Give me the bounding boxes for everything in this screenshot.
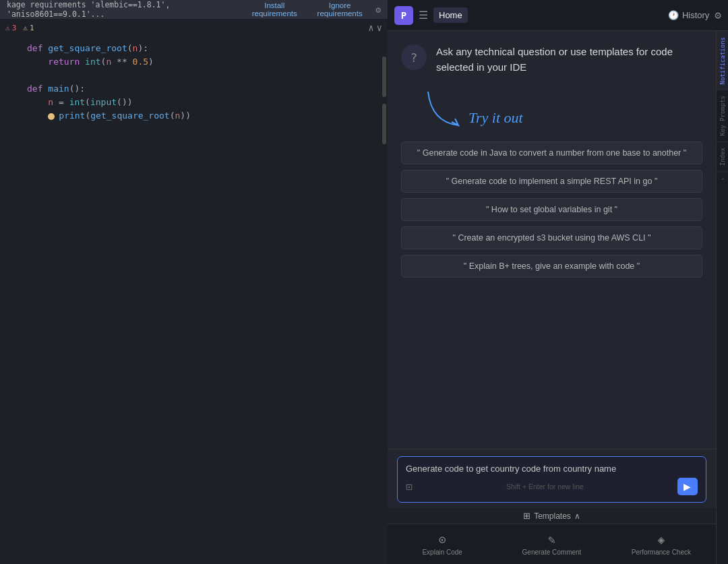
templates-label: Templates xyxy=(534,511,571,521)
toolbar-generate-comment[interactable]: ✎ Generate Comment xyxy=(497,532,606,556)
scrollbar-1[interactable] xyxy=(382,57,386,97)
toolbar-explain-code[interactable]: ⊙ Explain Code xyxy=(388,532,497,556)
question-icon: ? xyxy=(401,44,427,70)
code-editor[interactable]: def get_square_root(n): return int(n ** … xyxy=(0,36,388,564)
warning-count: 1 xyxy=(30,24,34,32)
code-line-6: print(get_square_root(n)) xyxy=(7,109,388,123)
templates-icon: ⊞ xyxy=(523,511,530,521)
ai-main-content: ? Ask any technical question or use temp… xyxy=(388,31,716,449)
templates-bar: ⊞ Templates ∧ xyxy=(388,508,716,524)
explain-code-icon: ⊙ xyxy=(439,532,446,546)
history-icon: 🕐 xyxy=(668,10,679,20)
code-line-4: def main(): xyxy=(7,82,388,96)
suggestion-item-0[interactable]: " Generate code in Java to convert a num… xyxy=(401,142,702,164)
hamburger-icon[interactable]: ☰ xyxy=(419,9,428,22)
input-bottom-row: ⊡ Shift + Enter for new line ▶ xyxy=(406,478,698,495)
suggestion-item-4[interactable]: " Explain B+ trees, give an example with… xyxy=(401,255,702,278)
ai-input-area: Generate code to get country code from c… xyxy=(388,449,716,508)
code-toolbar: ⚠ 3 ⚠ 1 ∧ ∨ xyxy=(0,19,388,36)
code-line-5: n = int(input()) xyxy=(7,96,388,109)
ai-bottom-toolbar: ⊙ Explain Code ✎ Generate Comment ◈ Perf… xyxy=(388,524,716,564)
try-it-out-label: Try it out xyxy=(468,109,523,127)
templates-button[interactable]: ⊞ Templates ∧ xyxy=(523,511,580,521)
collapse-down-icon[interactable]: ∨ xyxy=(377,22,382,33)
home-button[interactable]: Home xyxy=(433,7,468,23)
generate-comment-icon: ✎ xyxy=(548,532,555,546)
side-label-expand[interactable]: › xyxy=(717,171,728,186)
error-count: 3 xyxy=(12,24,17,32)
code-line-1: def get_square_root(n): xyxy=(7,42,388,55)
send-button[interactable]: ▶ xyxy=(677,478,698,495)
side-labels: Notifications Key Prompts Index › xyxy=(716,31,728,564)
input-box: Generate code to get country code from c… xyxy=(397,456,706,503)
warning-triangle-icon: ⚠ xyxy=(23,24,28,32)
editor-panel: kage requirements 'alembic==1.8.1', 'ani… xyxy=(0,0,388,564)
ai-intro-section: ? Ask any technical question or use temp… xyxy=(401,44,702,75)
suggestion-list: " Generate code in Java to convert a num… xyxy=(401,142,702,278)
settings-icon[interactable]: ⚙ xyxy=(715,9,721,22)
error-badge: ⚠ 3 xyxy=(5,24,16,32)
performance-check-icon: ◈ xyxy=(657,532,665,546)
p-badge: P xyxy=(394,6,413,25)
code-line-2: return int(n ** 0.5) xyxy=(7,55,388,69)
ai-intro-text: Ask any technical question or use templa… xyxy=(436,44,702,75)
explain-code-label: Explain Code xyxy=(422,549,462,556)
history-button[interactable]: 🕐 History xyxy=(668,10,709,20)
ai-header: P ☰ Home 🕐 History ⚙ xyxy=(388,0,728,31)
templates-chevron-icon: ∧ xyxy=(574,511,580,521)
intro-heading: Ask any technical question or use templa… xyxy=(436,44,702,75)
side-label-index[interactable]: Index xyxy=(717,142,728,171)
ignore-requirements-button[interactable]: Ignore requirements xyxy=(309,1,370,18)
code-line-3 xyxy=(7,69,388,82)
collapse-up-icon[interactable]: ∧ xyxy=(368,22,373,33)
performance-check-label: Performance Check xyxy=(632,549,691,556)
requirements-text: kage requirements 'alembic==1.8.1', 'ani… xyxy=(7,0,239,19)
input-hint: Shift + Enter for new line xyxy=(506,482,584,491)
toolbar-performance-check[interactable]: ◈ Performance Check xyxy=(607,532,716,556)
input-text: Generate code to get country code from c… xyxy=(406,464,698,474)
side-label-key-prompts[interactable]: Key Prompts xyxy=(717,90,728,142)
expand-controls: ∧ ∨ xyxy=(368,22,382,33)
settings-icon[interactable]: ⚙ xyxy=(375,5,381,15)
suggestion-item-1[interactable]: " Generate code to implement a simple RE… xyxy=(401,170,702,193)
history-label: History xyxy=(682,10,709,20)
scrollbar-2[interactable] xyxy=(382,104,386,144)
generate-comment-label: Generate Comment xyxy=(522,549,582,556)
warning-badge: ⚠ 1 xyxy=(23,24,34,32)
curved-arrow xyxy=(421,88,475,129)
suggestion-item-3[interactable]: " Create an encrypted s3 bucket using th… xyxy=(401,226,702,249)
side-label-notifications[interactable]: Notifications xyxy=(717,31,728,90)
install-requirements-button[interactable]: Install requirements xyxy=(245,1,304,18)
code-attach-icon[interactable]: ⊡ xyxy=(406,480,413,493)
error-triangle-icon: ⚠ xyxy=(5,24,10,32)
suggestion-item-2[interactable]: " How to set global variables in git " xyxy=(401,198,702,221)
notification-bar: kage requirements 'alembic==1.8.1', 'ani… xyxy=(0,0,388,19)
ai-panel: P ☰ Home 🕐 History ⚙ Notifications Key P… xyxy=(388,0,728,564)
